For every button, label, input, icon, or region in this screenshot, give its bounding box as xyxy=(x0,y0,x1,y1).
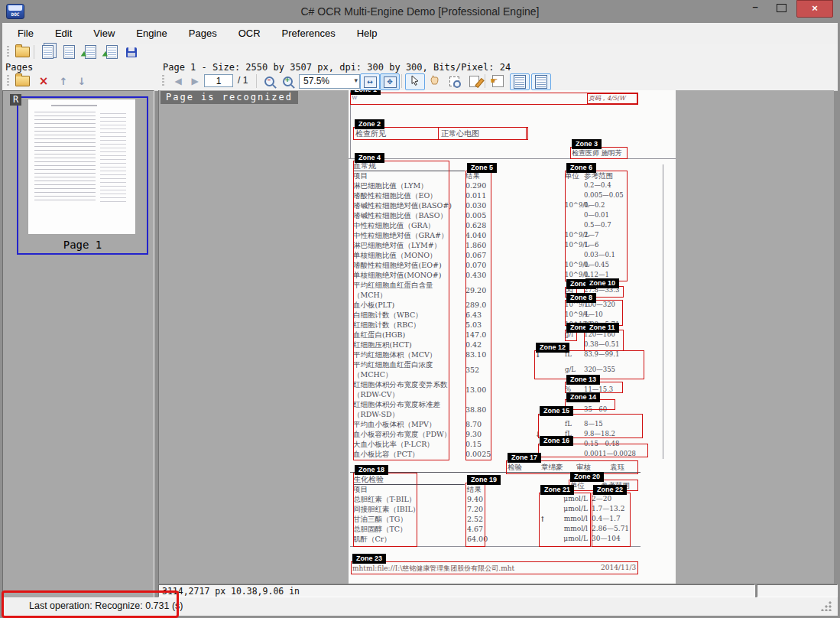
pointing-hand-icon xyxy=(492,75,504,87)
resize-grip[interactable] xyxy=(821,600,832,611)
zone-rect[interactable] xyxy=(592,493,631,547)
zone-rect[interactable] xyxy=(465,171,491,460)
thumbnail-image[interactable] xyxy=(28,99,135,234)
pages-toolbar-grip[interactable] xyxy=(7,75,9,87)
move-page-up-button[interactable]: ↑ xyxy=(54,73,73,89)
menu-item-preferences[interactable]: Preferences xyxy=(271,24,346,43)
zone-label-chip[interactable]: Zone 20 xyxy=(570,472,604,482)
open-file-button[interactable] xyxy=(13,44,31,60)
menu-item-file[interactable]: File xyxy=(7,24,44,43)
zoom-select-tool-button[interactable] xyxy=(445,73,463,89)
coordinate-status-row: 3114,2717 px 10.38,9.06 in xyxy=(155,584,836,597)
zone-label-chip[interactable]: Zone 14 xyxy=(566,392,600,402)
zone-rect[interactable] xyxy=(353,473,417,547)
zone-rect[interactable] xyxy=(351,561,638,574)
move-page-down-button[interactable]: ↓ xyxy=(73,73,91,89)
toolbar-separator xyxy=(401,74,402,88)
thumbnail-caption: Page 1 xyxy=(18,239,147,251)
copy-document-icon xyxy=(85,45,96,59)
annotation-highlight xyxy=(2,590,179,618)
fit-width-button[interactable]: ↔ xyxy=(360,73,380,90)
document-view[interactable]: Page is recognized Zone 1 w 页码，4/5(W Zon… xyxy=(158,90,834,584)
save-icon xyxy=(126,47,137,57)
arrow-down-icon: ↓ xyxy=(78,76,86,87)
titlebar: DOC C# OCR Multi-Engine Demo [Profession… xyxy=(0,0,840,23)
window-title: C# OCR Multi-Engine Demo [Professional E… xyxy=(0,0,840,23)
zone-label-chip[interactable]: Zone 1 xyxy=(351,90,381,95)
page-number-input[interactable] xyxy=(204,74,233,87)
text-view-button[interactable] xyxy=(531,73,551,90)
zone-label-chip[interactable]: Zone 4 xyxy=(355,153,384,163)
menu-item-ocr[interactable]: OCR xyxy=(228,24,271,43)
add-page-button[interactable] xyxy=(13,73,31,89)
zone-label-chip[interactable]: Zone 19 xyxy=(467,475,501,485)
doc-toolbar-grip[interactable] xyxy=(162,75,164,87)
zone-label-chip[interactable]: Zone 21 xyxy=(540,485,574,495)
zone-label-chip[interactable]: Zone 18 xyxy=(355,465,388,475)
chevron-down-icon[interactable]: ▾ xyxy=(354,76,358,84)
zone-rect[interactable] xyxy=(353,161,449,460)
paste-page-button[interactable] xyxy=(102,44,121,60)
zone-rect[interactable] xyxy=(539,493,591,547)
zone-rect[interactable] xyxy=(538,414,643,438)
zone-label-chip[interactable]: Zone 16 xyxy=(540,436,573,446)
zone-label-chip[interactable]: Zone 15 xyxy=(540,406,573,416)
zone-label-chip[interactable]: Zone 13 xyxy=(566,375,600,385)
copy-pages-button[interactable] xyxy=(38,44,57,60)
zone-label-chip[interactable]: Zone 6 xyxy=(566,163,596,173)
toolbar-grip[interactable] xyxy=(7,46,9,58)
hand-icon xyxy=(430,74,439,88)
toolbar-separator xyxy=(256,74,257,88)
zone-rect[interactable] xyxy=(565,300,623,326)
menu-item-edit[interactable]: Edit xyxy=(44,24,83,43)
scanned-page[interactable]: Zone 1 w 页码，4/5(W Zone 2 检查所见 正常心电图 Zone… xyxy=(349,90,676,584)
zone-label-chip[interactable]: Zone 10 xyxy=(585,278,619,288)
maximize-button[interactable] xyxy=(770,0,793,16)
zone-label-chip[interactable]: Zone 3 xyxy=(572,139,602,149)
zone-label-chip[interactable]: Zone 2 xyxy=(355,119,384,129)
zoom-level-combobox[interactable]: 57.5% ▾ xyxy=(299,74,360,89)
page-thumbnail[interactable]: Page 1 xyxy=(17,96,148,255)
zone-label-chip[interactable]: Zone 8 xyxy=(566,293,596,303)
zone-rect[interactable] xyxy=(465,483,485,547)
fit-page-button[interactable]: ✥ xyxy=(380,73,400,90)
delete-page-button[interactable]: × xyxy=(34,73,53,89)
paste-document-icon xyxy=(106,45,118,59)
pan-tool-button[interactable] xyxy=(425,73,443,89)
zoom-in-button[interactable]: + xyxy=(278,73,297,89)
zone-label-chip[interactable]: Zone 23 xyxy=(352,554,386,564)
save-button[interactable] xyxy=(122,44,141,60)
zone-label-chip[interactable]: Zone 11 xyxy=(585,323,619,333)
zone-label-chip[interactable]: Zone 22 xyxy=(593,485,627,495)
pages-thumbnail-panel: Page 1 R xyxy=(2,90,154,598)
prev-page-button[interactable]: ◀ xyxy=(169,73,187,89)
menu-item-engine[interactable]: Engine xyxy=(125,24,177,43)
zone-rect[interactable] xyxy=(584,330,624,351)
recognize-button[interactable] xyxy=(488,73,507,89)
zone-label-chip[interactable]: Zone 17 xyxy=(508,453,541,463)
recognized-badge: R xyxy=(10,94,21,106)
next-page-button[interactable]: ▶ xyxy=(186,73,204,89)
layout-view-button[interactable] xyxy=(510,73,530,90)
delete-icon: × xyxy=(39,76,49,87)
text-layout-icon xyxy=(535,75,547,89)
page-info-text: Page 1 - Size: 2550 by 3507 px, dpi: 300… xyxy=(163,62,511,73)
page-view-button[interactable] xyxy=(60,44,78,60)
copy-page-button[interactable] xyxy=(81,44,99,60)
open-folder-icon xyxy=(15,76,30,86)
menu-item-view[interactable]: View xyxy=(83,24,125,43)
zone-rect[interactable]: 页码，4/5(W xyxy=(587,93,637,104)
minimize-button[interactable]: – xyxy=(744,0,767,16)
menu-item-pages[interactable]: Pages xyxy=(178,24,228,43)
documents-icon xyxy=(42,45,54,59)
edit-zones-button[interactable] xyxy=(465,73,483,89)
zone-label-chip[interactable]: Zone 12 xyxy=(536,343,569,353)
zoom-out-button[interactable]: – xyxy=(260,73,278,89)
close-button[interactable]: × xyxy=(796,0,833,18)
menu-item-help[interactable]: Help xyxy=(346,24,388,43)
status-field-empty xyxy=(757,584,838,597)
zone-rect[interactable] xyxy=(565,171,628,281)
zone-rect[interactable] xyxy=(438,127,527,140)
select-tool-button[interactable] xyxy=(405,73,425,90)
zone-label-chip[interactable]: Zone 5 xyxy=(467,163,497,173)
